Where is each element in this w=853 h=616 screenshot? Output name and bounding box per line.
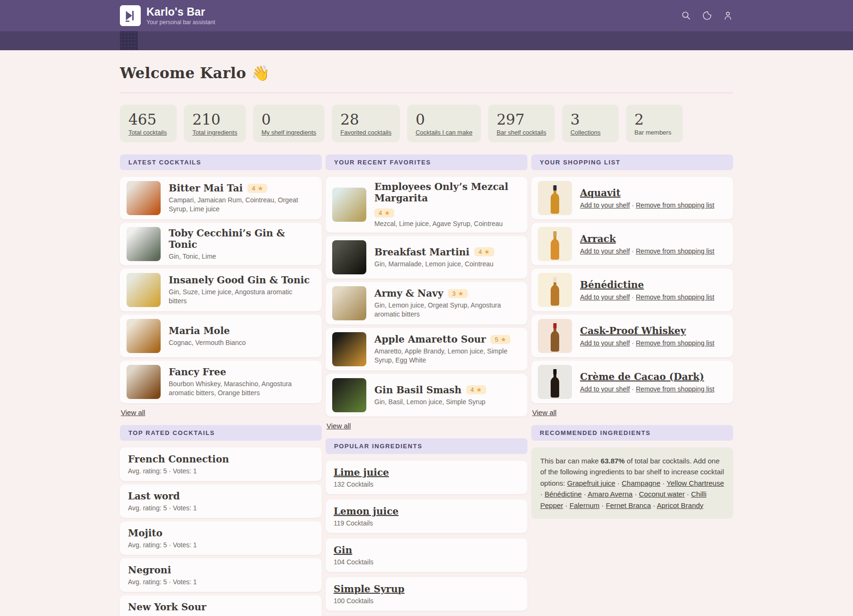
stat-label-link[interactable]: My shelf ingredients [262, 129, 317, 136]
remove-from-shopping-list-link[interactable]: Remove from shopping list [636, 293, 715, 301]
cocktail-card[interactable]: Bitter Mai Tai 4★ Campari, Jamaican Rum,… [120, 177, 322, 219]
cocktail-card[interactable]: Maria Mole Cognac, Vermouth Bianco [120, 315, 322, 357]
top-rated-cocktail-card[interactable]: New York Sour Avg. rating: 5 · Votes: 1 [120, 595, 322, 616]
view-all-favorites-link[interactable]: View all [327, 422, 351, 430]
stat-value: 0 [416, 111, 472, 127]
add-to-shelf-link[interactable]: Add to your shelf [580, 293, 630, 301]
popular-ingredient-card: Gin 104 Cocktails [326, 538, 527, 572]
user-icon[interactable] [723, 10, 733, 21]
shopping-item-actions: Add to your shelf·Remove from shopping l… [580, 293, 714, 301]
rating-value: 4 [479, 248, 482, 255]
add-to-shelf-link[interactable]: Add to your shelf [580, 339, 630, 347]
shopping-list-item: Cask-Proof Whiskey Add to your shelf·Rem… [531, 315, 733, 357]
recommended-ingredient-link[interactable]: Fernet Branca [606, 501, 651, 509]
stat-label-link[interactable]: Total ingredients [192, 129, 237, 136]
nav-tab[interactable] [138, 31, 156, 50]
cocktail-count: 132 Cocktails [334, 480, 519, 488]
section-header-recommended: Recommended ingredients [531, 425, 733, 441]
nav-tab[interactable] [174, 31, 192, 50]
cocktail-thumbnail [127, 365, 161, 399]
ingredient-name-link[interactable]: Lime juice [334, 467, 389, 478]
section-header-recent-favorites: Your recent favorites [326, 154, 527, 170]
app-logo[interactable]: Karlo's Bar Your personal bar assistant [120, 5, 215, 26]
stat-label-link[interactable]: Favorited cocktails [340, 129, 391, 136]
stat-label-link[interactable]: Total cocktails [128, 129, 167, 136]
cocktail-ingredients: Bourbon Whiskey, Maraschino, Angostura a… [169, 380, 311, 398]
recommended-ingredient-link[interactable]: Coconut water [639, 490, 685, 498]
add-to-shelf-link[interactable]: Add to your shelf [580, 247, 630, 255]
cocktail-card[interactable]: Insanely Good Gin & Tonic Gin, Suze, Lim… [120, 269, 322, 311]
cocktail-count: 119 Cocktails [334, 519, 519, 527]
stat-value: 465 [128, 111, 168, 127]
recommended-ingredient-links: Grapefruit juice · Champagne · Yellow Ch… [540, 479, 724, 509]
remove-from-shopping-list-link[interactable]: Remove from shopping list [636, 385, 715, 393]
cocktail-card[interactable]: Breakfast Martini 4★ Gin, Marmalade, Lem… [326, 236, 527, 279]
remove-from-shopping-list-link[interactable]: Remove from shopping list [636, 247, 715, 255]
recommended-ingredient-link[interactable]: Falernum [570, 501, 599, 509]
nav-tab[interactable] [120, 31, 138, 50]
add-to-shelf-link[interactable]: Add to your shelf [580, 385, 630, 393]
shopping-item-actions: Add to your shelf·Remove from shopping l… [580, 201, 714, 209]
cocktail-card[interactable]: Toby Cecchini’s Gin & Tonic Gin, Tonic, … [120, 223, 322, 265]
latest-cocktails-column: Latest cocktails Bitter Mai Tai 4★ Campa… [120, 154, 322, 616]
ingredient-name-link[interactable]: Bénédictine [580, 279, 644, 290]
cocktail-ingredients: Gin, Basil, Lemon juice, Simple Syrup [374, 398, 486, 407]
recommended-ingredient-link[interactable]: Yellow Chartreuse [667, 479, 724, 487]
top-rated-cocktail-card[interactable]: Negroni Avg. rating: 5 · Votes: 1 [120, 558, 322, 592]
stat-label-link[interactable]: Collections [571, 129, 601, 136]
nav-tab[interactable] [210, 31, 228, 50]
shopping-list-item: Aquavit Add to your shelf·Remove from sh… [531, 177, 733, 219]
ingredient-name-link[interactable]: Simple Syrup [334, 583, 405, 595]
divider [120, 92, 733, 93]
cocktail-thumbnail [332, 188, 366, 222]
remove-from-shopping-list-link[interactable]: Remove from shopping list [636, 339, 715, 347]
section-header-popular-ingredients: Popular ingredients [326, 438, 527, 454]
ingredient-name-link[interactable]: Crème de Cacao (Dark) [580, 371, 704, 382]
recommended-ingredient-link[interactable]: Amaro Averna [588, 490, 633, 498]
ingredient-name-link[interactable]: Arrack [580, 233, 616, 245]
ingredient-name-link[interactable]: Lemon juice [334, 506, 399, 517]
shopping-item-actions: Add to your shelf·Remove from shopping l… [580, 247, 714, 255]
cocktail-ingredients: Gin, Marmalade, Lemon juice, Cointreau [374, 260, 494, 269]
cocktail-card[interactable]: Employees Only’s Mezcal Margarita 4★ Mez… [326, 177, 527, 233]
shopping-list-item: Bénédictine Add to your shelf·Remove fro… [531, 269, 733, 311]
recommended-ingredient-link[interactable]: Champagne [622, 479, 661, 487]
stat-value: 28 [340, 111, 391, 127]
cocktail-card[interactable]: Fancy Free Bourbon Whiskey, Maraschino, … [120, 361, 322, 403]
separator: · [632, 293, 634, 301]
recommended-ingredient-link[interactable]: Grapefruit juice [567, 479, 616, 487]
stat-label-link[interactable]: Cocktails I can make [416, 129, 472, 136]
recommended-ingredient-link[interactable]: Bénédictine [544, 490, 581, 498]
stat-label-link[interactable]: Bar shelf cocktails [497, 129, 546, 136]
rating-value: 4 [379, 209, 382, 217]
main-navigation [0, 31, 853, 50]
rating-votes-text: Avg. rating: 5 · Votes: 1 [128, 504, 314, 512]
search-icon[interactable] [681, 10, 691, 21]
rating-value: 4 [252, 185, 255, 192]
shopping-list-item: Arrack Add to your shelf·Remove from sho… [531, 223, 733, 265]
ingredient-name-link[interactable]: Gin [334, 544, 352, 556]
stat-card: 28 Favorited cocktails [332, 105, 400, 142]
cocktail-name: Negroni [128, 564, 314, 576]
nav-tab[interactable] [192, 31, 210, 50]
top-rated-cocktail-card[interactable]: French Connection Avg. rating: 5 · Votes… [120, 447, 322, 481]
nav-tab[interactable] [156, 31, 174, 50]
ingredient-name-link[interactable]: Aquavit [580, 187, 620, 199]
shopping-list-column: Your shopping list Aquavit Add to your s… [531, 154, 733, 616]
view-all-latest-link[interactable]: View all [121, 408, 145, 417]
remove-from-shopping-list-link[interactable]: Remove from shopping list [636, 201, 715, 209]
cocktail-card[interactable]: Apple Amaretto Sour 5★ Amaretto, Apple B… [326, 328, 527, 371]
cocktail-card[interactable]: Army & Navy 3★ Gin, Lemon juice, Orgeat … [326, 282, 527, 325]
stat-value: 0 [262, 111, 317, 127]
cocktail-card[interactable]: Gin Basil Smash 4★ Gin, Basil, Lemon jui… [326, 374, 527, 417]
add-to-shelf-link[interactable]: Add to your shelf [580, 201, 630, 209]
view-all-shopping-link[interactable]: View all [532, 408, 556, 417]
cocktail-thumbnail [332, 240, 366, 274]
recommended-ingredient-link[interactable]: Apricot Brandy [657, 501, 703, 509]
top-rated-cocktail-card[interactable]: Mojito Avg. rating: 5 · Votes: 1 [120, 521, 322, 555]
page-title: Welcome Karlo 👋 [120, 64, 733, 82]
ingredient-name-link[interactable]: Cask-Proof Whiskey [580, 325, 686, 336]
dark-mode-moon-icon[interactable] [702, 10, 712, 21]
popular-ingredient-card: Simple Syrup 100 Cocktails [326, 577, 527, 611]
top-rated-cocktail-card[interactable]: Last word Avg. rating: 5 · Votes: 1 [120, 484, 322, 518]
